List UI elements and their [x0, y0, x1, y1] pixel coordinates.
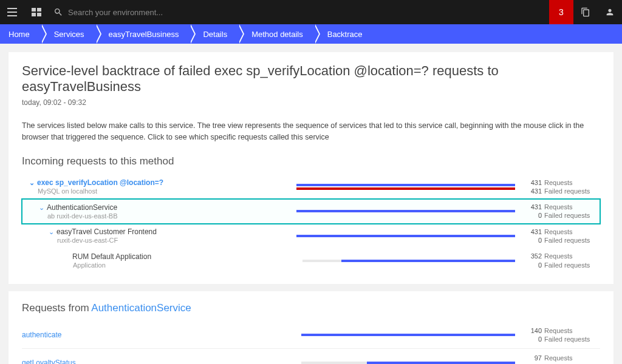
user-icon	[605, 7, 615, 17]
notification-badge[interactable]: 3	[549, 0, 573, 24]
requests-panel: Requests from AuthenticationService auth…	[9, 291, 613, 364]
svg-rect-6	[37, 13, 41, 16]
tree-row[interactable]: ⌄easyTravel Customer Frontendruxit-dev-u…	[22, 224, 600, 249]
chevron-down-icon: ⌄	[39, 204, 45, 212]
counts: 97Requests0Failed requests	[527, 354, 600, 364]
main-panel: Service-level backtrace of failed exec s…	[9, 52, 613, 284]
request-bar	[301, 362, 527, 364]
user-menu[interactable]	[598, 0, 622, 24]
tree-row-subtitle: Application	[73, 261, 302, 269]
tree-row-subtitle: MySQL on localhost	[38, 187, 296, 195]
menu-button[interactable]	[0, 0, 24, 24]
requests-heading: Requests from AuthenticationService	[22, 302, 600, 314]
hamburger-icon	[7, 8, 17, 16]
crumb-service-name[interactable]: easyTravelBusiness	[95, 24, 190, 44]
tree-row-subtitle: ab ruxit-dev-us-east-BB	[47, 212, 296, 220]
tree-row[interactable]: ⌄exec sp_verifyLocation @location=?MySQL…	[22, 175, 600, 200]
tree-row-title: RUM Default Application	[72, 252, 151, 261]
svg-rect-2	[7, 15, 17, 16]
tree-row-title: sp_verifyLocation @location=?	[55, 178, 163, 187]
svg-rect-3	[32, 8, 36, 12]
request-name[interactable]: authenticate	[22, 331, 301, 339]
search-input[interactable]	[63, 3, 245, 22]
request-bar	[296, 184, 527, 190]
search-icon	[53, 7, 63, 17]
tree-row-subtitle: ruxit-dev-us-east-CF	[57, 237, 296, 244]
counts: 431Requests0Failed requests	[527, 228, 600, 245]
dashboard-button[interactable]	[24, 0, 49, 24]
request-bar	[301, 334, 527, 336]
svg-rect-1	[7, 12, 17, 13]
request-bar	[296, 210, 527, 212]
grid-icon	[32, 8, 41, 16]
timerange: today, 09:02 - 09:32	[22, 98, 600, 107]
incoming-tree: ⌄exec sp_verifyLocation @location=?MySQL…	[22, 175, 600, 273]
request-row[interactable]: getLoyaltyStatus97Requests0Failed reques…	[22, 348, 600, 364]
counts: 431Requests0Failed requests	[527, 203, 600, 220]
page-title: Service-level backtrace of failed exec s…	[22, 63, 600, 95]
copy-button[interactable]	[573, 0, 598, 24]
description: The services listed below make calls to …	[22, 120, 600, 143]
crumb-home[interactable]: Home	[0, 24, 41, 44]
breadcrumb: Home Services easyTravelBusiness Details…	[0, 24, 622, 44]
chevron-down-icon: ⌄	[29, 179, 35, 187]
tree-row-title: easyTravel Customer Frontend	[56, 228, 157, 236]
search-wrap	[49, 3, 549, 22]
crumb-details[interactable]: Details	[190, 24, 238, 44]
svg-rect-4	[37, 8, 41, 12]
topbar: 3	[0, 0, 622, 24]
requests-service-link[interactable]: AuthenticationService	[91, 302, 191, 314]
tree-row[interactable]: RUM Default ApplicationApplication352Req…	[22, 248, 600, 273]
request-name[interactable]: getLoyaltyStatus	[22, 359, 301, 364]
tree-row[interactable]: ⌄AuthenticationServiceab ruxit-dev-us-ea…	[22, 199, 600, 224]
svg-rect-5	[32, 13, 36, 16]
request-bar	[302, 260, 527, 262]
incoming-heading: Incoming requests to this method	[22, 155, 600, 167]
request-bar	[296, 235, 527, 237]
svg-rect-0	[7, 8, 17, 9]
counts: 431Requests431Failed requests	[527, 178, 600, 196]
crumb-method-details[interactable]: Method details	[238, 24, 314, 44]
tree-row-title: AuthenticationService	[47, 203, 117, 212]
counts: 140Requests0Failed requests	[527, 326, 600, 344]
counts: 352Requests0Failed requests	[527, 252, 600, 269]
copy-icon	[581, 7, 590, 17]
crumb-services[interactable]: Services	[41, 24, 95, 44]
crumb-backtrace[interactable]: Backtrace	[314, 24, 374, 44]
chevron-down-icon: ⌄	[49, 228, 55, 236]
request-row[interactable]: authenticate140Requests0Failed requests	[22, 322, 600, 349]
